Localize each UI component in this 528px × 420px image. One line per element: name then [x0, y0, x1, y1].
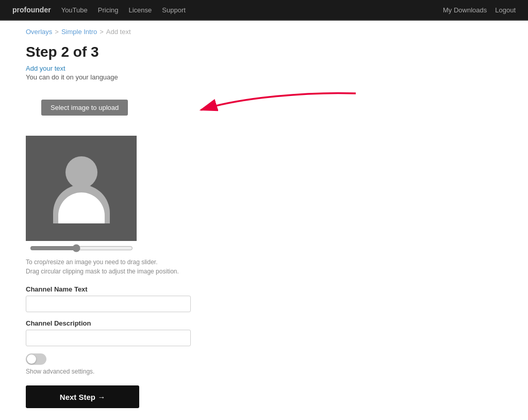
advanced-settings-toggle-container — [26, 353, 502, 365]
channel-description-input[interactable] — [26, 330, 191, 346]
nav-right: My Downloads Logout — [443, 6, 516, 14]
channel-description-field-group: Channel Description — [26, 319, 502, 346]
crop-hint-line2: Drag circular clipping mask to adjust th… — [26, 267, 502, 276]
nav-link-pricing[interactable]: Pricing — [98, 6, 119, 14]
image-slider-container — [26, 244, 137, 252]
channel-name-input[interactable] — [26, 296, 191, 312]
nav-link-youtube[interactable]: YouTube — [61, 6, 88, 14]
upload-button[interactable]: Select image to upload — [41, 100, 128, 116]
nav-link-my-downloads[interactable]: My Downloads — [443, 6, 487, 14]
language-note: You can do it on your language — [26, 73, 502, 81]
main-content: Step 2 of 3 Add your text You can do it … — [0, 39, 528, 420]
advanced-settings-label: Show advanced settings. — [26, 368, 502, 375]
toggle-knob — [27, 354, 36, 364]
image-preview-container — [26, 136, 137, 241]
channel-name-label: Channel Name Text — [26, 285, 502, 293]
image-resize-slider[interactable] — [30, 244, 133, 252]
nav-link-logout[interactable]: Logout — [495, 6, 516, 14]
crop-hint-line1: To crop/resize an image you need to drag… — [26, 257, 502, 267]
advanced-settings-toggle[interactable] — [26, 353, 46, 365]
person-body — [53, 185, 110, 223]
person-silhouette — [51, 151, 112, 223]
arrow-annotation-area: Select image to upload — [26, 89, 361, 131]
channel-description-label: Channel Description — [26, 319, 502, 327]
step-title: Step 2 of 3 — [26, 44, 502, 60]
navbar: profounder YouTube Pricing License Suppo… — [0, 0, 528, 21]
person-head — [65, 156, 97, 188]
nav-link-license[interactable]: License — [129, 6, 152, 14]
nav-brand: profounder — [12, 6, 51, 14]
add-text-label: Add your text — [26, 64, 502, 72]
breadcrumb-overlays[interactable]: Overlays — [26, 28, 52, 36]
avatar-placeholder — [35, 141, 128, 234]
nav-link-support[interactable]: Support — [162, 6, 186, 14]
breadcrumb-simple-intro[interactable]: Simple Intro — [61, 28, 97, 36]
channel-name-field-group: Channel Name Text — [26, 285, 502, 312]
breadcrumb: Overlays > Simple Intro > Add text — [0, 21, 528, 39]
person-body-inner — [58, 192, 105, 223]
crop-hint: To crop/resize an image you need to drag… — [26, 257, 502, 276]
breadcrumb-sep-1: > — [55, 28, 59, 36]
nav-left: profounder YouTube Pricing License Suppo… — [12, 6, 186, 14]
breadcrumb-current: Add text — [106, 28, 131, 36]
next-step-button[interactable]: Next Step → — [26, 385, 139, 408]
breadcrumb-sep-2: > — [100, 28, 104, 36]
